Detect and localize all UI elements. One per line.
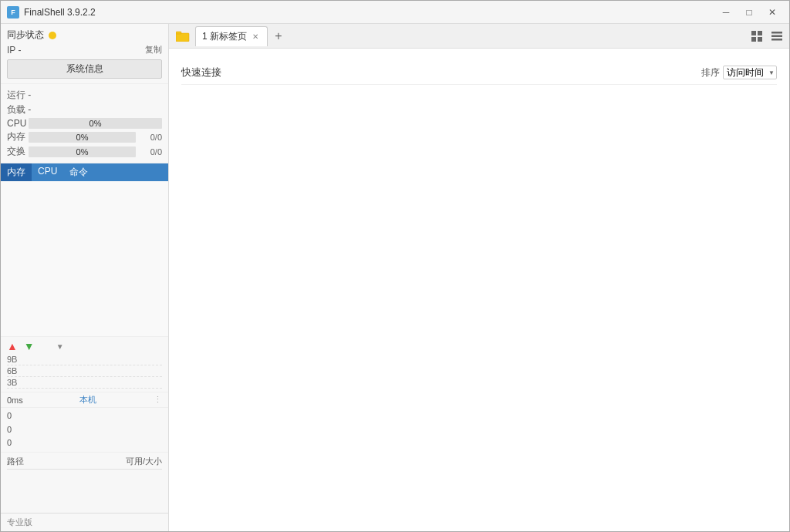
local-label[interactable]: 本机 xyxy=(79,394,96,406)
sysinfo-button[interactable]: 系统信息 xyxy=(7,59,162,79)
sort-label: 排序 xyxy=(701,66,720,79)
ping-rows: 0 0 0 xyxy=(1,408,168,453)
add-tab-button[interactable]: + xyxy=(269,27,288,45)
disk-section: 路径 可用/大小 xyxy=(1,453,168,513)
swap-detail: 0/0 xyxy=(139,147,162,157)
folder-icon xyxy=(176,31,190,42)
svg-rect-7 xyxy=(771,35,782,37)
tab-cpu[interactable]: CPU xyxy=(32,163,63,181)
disk-list xyxy=(7,471,162,510)
swap-row: 交换 0% 0/0 xyxy=(7,145,162,158)
load-label: 负载 - xyxy=(7,103,31,116)
swap-value: 0% xyxy=(29,146,136,157)
memory-detail: 0/0 xyxy=(139,133,162,142)
sort-select[interactable]: 访问时间 xyxy=(723,66,777,79)
minimize-button[interactable]: ─ xyxy=(715,4,737,21)
sidebar-header: 同步状态 IP - 复制 系统信息 xyxy=(1,24,168,84)
run-row: 运行 - xyxy=(7,89,162,102)
network-header: ▲ ▼ ▼ xyxy=(7,340,162,352)
net-9b: 9B xyxy=(7,354,162,365)
cpu-label: CPU xyxy=(7,118,25,129)
ping-row-3: 0 xyxy=(7,436,162,450)
tab-1-label: 1 新标签页 xyxy=(202,30,247,43)
svg-rect-4 xyxy=(751,37,756,42)
app-icon: F xyxy=(7,6,19,19)
tab-bar: 1 新标签页 ✕ + xyxy=(169,24,789,49)
quick-connect-header: 快速连接 排序 访问时间 xyxy=(181,61,777,85)
tab-1[interactable]: 1 新标签页 ✕ xyxy=(195,26,268,46)
sync-label: 同步状态 xyxy=(7,29,44,42)
tab-actions xyxy=(748,27,786,45)
sidebar: 同步状态 IP - 复制 系统信息 运行 - 负载 - xyxy=(1,24,169,531)
svg-rect-8 xyxy=(771,39,782,41)
ping-row-1: 0 xyxy=(7,409,162,423)
sidebar-content xyxy=(1,181,168,336)
cpu-value: 0% xyxy=(29,118,162,129)
quick-connect-title: 快速连接 xyxy=(181,66,221,79)
disk-header: 路径 可用/大小 xyxy=(7,456,162,470)
net-3b: 3B xyxy=(7,377,162,389)
cpu-row: CPU 0% xyxy=(7,118,162,129)
close-button[interactable]: ✕ xyxy=(761,4,783,21)
svg-rect-0 xyxy=(176,33,189,42)
grid-icon xyxy=(751,31,762,42)
net-6b: 6B xyxy=(7,365,162,377)
sidebar-tabs: 内存 CPU 命令 xyxy=(1,163,168,181)
sort-row: 排序 访问时间 xyxy=(701,66,777,79)
quick-connect-area: 快速连接 排序 访问时间 xyxy=(169,49,789,531)
sync-dot xyxy=(49,32,56,39)
tab-command[interactable]: 命令 xyxy=(63,163,94,181)
ip-row: IP - 复制 xyxy=(7,42,162,58)
app-title: FinalShell 3.9.2.2 xyxy=(24,7,715,18)
tab-memory[interactable]: 内存 xyxy=(1,163,32,181)
memory-label: 内存 xyxy=(7,130,25,143)
download-icon: ▼ xyxy=(24,340,35,352)
swap-label: 交换 xyxy=(7,145,25,158)
svg-rect-5 xyxy=(758,37,762,42)
list-view-button[interactable] xyxy=(768,27,786,45)
load-row: 负载 - xyxy=(7,103,162,116)
svg-rect-2 xyxy=(751,31,756,35)
ping-row-2: 0 xyxy=(7,423,162,437)
ping-section: 0ms 本机 ⋮ xyxy=(1,392,168,408)
cpu-bar-wrap: 0% xyxy=(29,118,162,129)
stats-section: 运行 - 负载 - CPU 0% 内存 xyxy=(1,84,168,163)
pro-badge: 专业版 xyxy=(1,513,168,531)
sort-select-wrap: 访问时间 xyxy=(723,66,777,79)
ip-label: IP - xyxy=(7,45,21,56)
disk-size-label: 可用/大小 xyxy=(126,456,162,467)
titlebar: F FinalShell 3.9.2.2 ─ □ ✕ xyxy=(1,1,789,24)
expand-icon: ▼ xyxy=(56,342,64,351)
upload-icon: ▲ xyxy=(7,340,18,352)
svg-rect-3 xyxy=(758,31,762,35)
ping-dots-icon: ⋮ xyxy=(154,395,162,405)
main-window: F FinalShell 3.9.2.2 ─ □ ✕ 同步状态 IP - 复制 … xyxy=(0,0,790,532)
network-section: ▲ ▼ ▼ 9B 6B 3B xyxy=(1,336,168,392)
swap-bar-wrap: 0% xyxy=(29,146,136,157)
ping-value: 0ms xyxy=(7,396,23,405)
grid-view-button[interactable] xyxy=(748,27,766,45)
tab-1-close[interactable]: ✕ xyxy=(250,31,261,42)
content-area: 1 新标签页 ✕ + xyxy=(169,24,789,531)
memory-bar-wrap: 0% xyxy=(29,132,136,143)
svg-rect-1 xyxy=(176,32,181,34)
run-label: 运行 - xyxy=(7,89,31,102)
main-layout: 同步状态 IP - 复制 系统信息 运行 - 负载 - xyxy=(1,24,789,531)
copy-ip-button[interactable]: 复制 xyxy=(145,44,162,56)
folder-button[interactable] xyxy=(172,27,194,45)
pro-label: 专业版 xyxy=(7,517,32,527)
memory-value: 0% xyxy=(29,132,136,143)
list-icon xyxy=(771,31,782,42)
sync-status: 同步状态 xyxy=(7,29,162,42)
disk-path-label: 路径 xyxy=(7,456,24,467)
window-controls: ─ □ ✕ xyxy=(715,4,783,21)
svg-rect-6 xyxy=(771,32,782,34)
memory-row: 内存 0% 0/0 xyxy=(7,130,162,143)
maximize-button[interactable]: □ xyxy=(738,4,760,21)
